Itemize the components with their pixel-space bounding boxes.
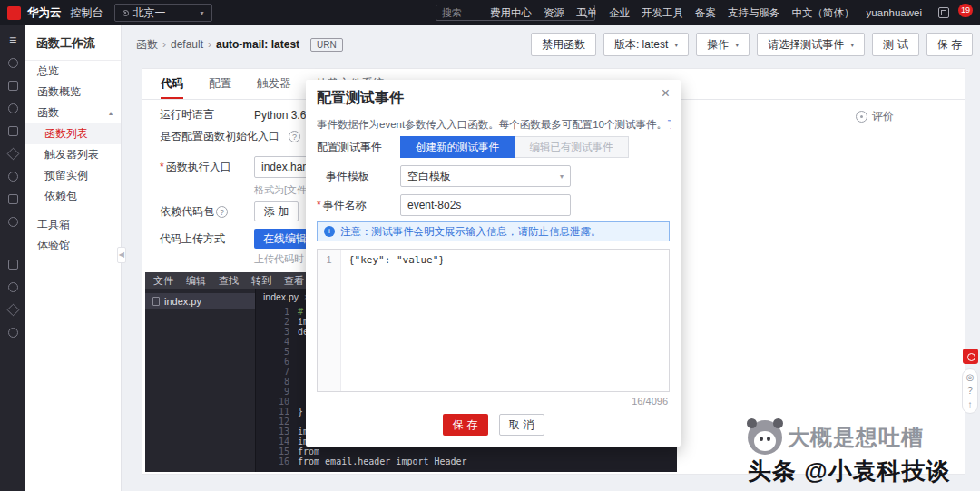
chevron-down-icon: ▾ [674,41,678,49]
test-button[interactable]: 测 试 [872,33,918,56]
collapse-sidenav-icon[interactable]: ◀ [117,247,126,263]
event-name-input[interactable] [400,194,571,216]
console-link[interactable]: 控制台 [71,5,103,21]
configure-test-event-dialog: 配置测试事件 × 事件数据作为event参数传入入口函数。每个函数最多可配置10… [306,80,681,447]
disable-function-button[interactable]: 禁用函数 [531,33,596,56]
sidenav-item-dependencies[interactable]: 依赖包 [25,186,121,207]
breadcrumb-sep-icon: › [208,38,211,51]
urn-chip[interactable]: URN [310,38,343,52]
menu-billing[interactable]: 费用中心 [490,6,532,20]
sidenav-item-func-overview[interactable]: 函数概览 [25,82,121,103]
rail-service-icon-11[interactable] [6,303,19,316]
event-template-select[interactable]: 空白模板 ▾ [400,165,571,187]
user-name[interactable]: yuanhuawei [867,7,922,18]
json-line-number: 1 [318,250,341,391]
rail-service-icon-7[interactable] [8,194,18,204]
chevron-down-icon: ▾ [560,172,564,181]
rail-service-icon-9[interactable] [8,260,18,270]
event-template-value: 空白模板 [407,169,451,184]
code-line: 16 from email.header import Header [256,457,677,466]
handler-label: *函数执行入口 [160,160,247,175]
editor-menu-view[interactable]: 查看 [284,274,304,288]
sidenav-item-reserved-instances[interactable]: 预留实例 [25,165,121,186]
sidenav-item-trigger-list[interactable]: 触发器列表 [25,144,121,165]
event-template-label: 事件模板 [317,169,400,184]
code-line: 15 from [256,447,677,457]
hamburger-menu-icon[interactable]: ≡ [9,33,16,47]
line-number: 8 [256,377,298,387]
help-widget-icon[interactable]: ? [967,387,973,396]
panda-logo-icon [748,420,782,455]
editor-tab-label: index.py [263,291,299,302]
dialog-title: 配置测试事件 [317,89,404,108]
json-content[interactable]: {"key": "value"} [341,250,452,391]
version-dropdown[interactable]: 版本: latest▾ [603,33,689,56]
runtime-row: 运行时语言 Python 3.6 [160,107,306,123]
region-selector[interactable]: 北京一 ▾ [114,4,212,22]
dependency-label: 依赖代码包? [160,204,247,220]
chevron-down-icon: ▾ [200,9,203,17]
create-new-event-tab[interactable]: 创建新的测试事件 [400,136,514,158]
menu-icp[interactable]: 备案 [695,6,716,20]
line-number: 4 [256,337,298,347]
menu-devtools[interactable]: 开发工具 [642,6,683,20]
feedback-icon [856,111,867,123]
info-banner: i 注意：测试事件会明文展示输入信息，请防止信息泄露。 [317,221,670,241]
learn-more-link[interactable]: 了解更多 [667,119,671,130]
help-icon[interactable]: ? [216,206,228,218]
sidenav-item-overview[interactable]: 总览 [25,61,121,82]
feedback-widget-icon[interactable]: ◎ [966,373,975,382]
assist-widgets: ◎ ? ↑ [962,368,978,414]
info-icon: i [324,226,335,237]
editor-menu-file[interactable]: 文件 [153,274,173,288]
menu-tickets[interactable]: 工单 [576,6,597,20]
line-number: 10 [256,397,298,407]
menu-resources[interactable]: 资源 [544,6,564,20]
tab-triggers[interactable]: 触发器 [257,69,291,99]
sidenav-item-functions[interactable]: 函数 ▴ [25,103,121,123]
rail-service-icon-4[interactable] [8,126,18,136]
customer-service-icon[interactable] [963,349,978,364]
notification-badge[interactable]: 19 [958,4,973,17]
rail-service-icon-12[interactable] [8,328,18,338]
back-to-top-icon[interactable]: ↑ [968,400,973,409]
breadcrumb-functions[interactable]: 函数 [136,37,158,53]
sidenav-item-toolbox[interactable]: 工具箱 [25,214,121,235]
brand-name: 华为云 [27,5,62,21]
editor-menu-edit[interactable]: 编辑 [186,274,206,288]
event-json-editor[interactable]: 1 {"key": "value"} [317,249,670,392]
file-tree-item-indexpy[interactable]: index.py [145,293,255,309]
editor-menu-goto[interactable]: 转到 [251,274,271,288]
service-rail: ≡ [0,25,25,491]
menu-support[interactable]: 支持与服务 [728,6,780,20]
add-dependency-button[interactable]: 添 加 [254,201,299,221]
select-test-event-dropdown[interactable]: 请选择测试事件▾ [757,33,865,56]
runtime-value: Python 3.6 [254,109,306,122]
rail-service-icon-8[interactable] [8,217,18,227]
breadcrumb-default[interactable]: default [171,38,203,51]
tab-code[interactable]: 代码 [161,69,183,99]
help-icon[interactable]: ? [289,131,300,142]
save-button[interactable]: 保 存 [926,33,973,56]
menu-enterprise[interactable]: 企业 [609,6,630,20]
editor-menu-find[interactable]: 查找 [219,274,239,288]
operations-dropdown[interactable]: 操作▾ [696,33,750,56]
feedback-button[interactable]: 评价 [856,109,894,124]
tab-config[interactable]: 配置 [209,69,231,99]
rail-service-icon-10[interactable] [8,282,18,292]
close-dialog-icon[interactable]: × [662,85,670,102]
sidenav-item-function-list[interactable]: 函数列表 [25,123,121,144]
required-mark: * [160,161,164,173]
edit-existing-event-tab[interactable]: 编辑已有测试事件 [514,136,629,158]
sidenav-item-experience[interactable]: 体验馆 [25,235,121,256]
dialog-cancel-button[interactable]: 取 消 [499,414,544,436]
rail-service-icon-3[interactable] [8,103,18,113]
dialog-save-button[interactable]: 保 存 [443,414,488,436]
rail-service-icon-2[interactable] [8,81,18,91]
topbar-icons: 19 [938,0,973,25]
rail-service-icon-5[interactable] [6,147,19,160]
rail-service-icon-6[interactable] [8,172,18,182]
apps-grid-icon[interactable] [938,7,949,18]
menu-language[interactable]: 中文（简体） [792,6,855,20]
rail-service-icon-1[interactable] [8,58,18,68]
